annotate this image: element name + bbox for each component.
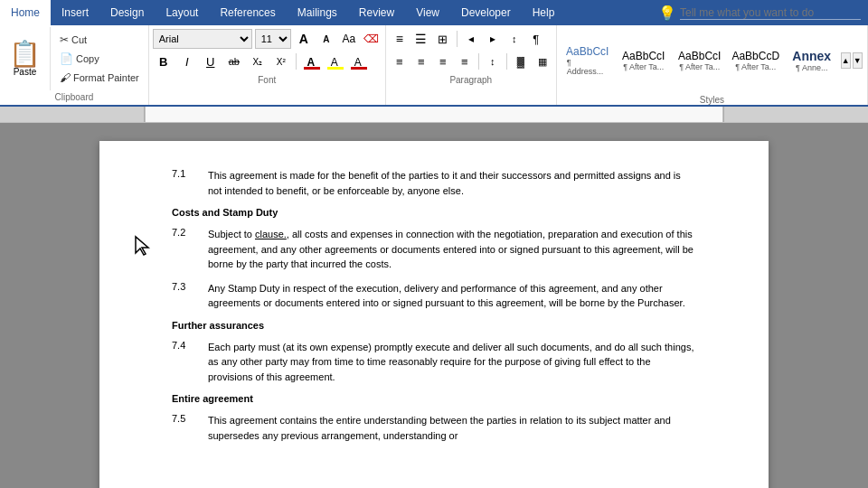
increase-indent-button[interactable]: ▸ [483, 29, 503, 49]
paste-button[interactable]: 📋 Paste [0, 27, 51, 90]
style-after-ta-1[interactable]: AaBbCcI ¶ After Ta... [617, 47, 671, 74]
clause-7-5: 7.5 This agreement contains the entire u… [172, 413, 696, 443]
style-annex-label: ¶ Anne... [796, 63, 827, 72]
align-center-button[interactable]: ≡ [411, 52, 431, 71]
further-assurances-heading: Further assurances [172, 320, 696, 331]
paragraph-group-label: Paragraph [390, 71, 552, 85]
style-after-ta-2-label: ¶ After Ta... [679, 62, 720, 71]
strikethrough-button[interactable]: ab [223, 52, 245, 71]
clipboard-group-label: Clipboard [0, 90, 148, 105]
ruler-svg [0, 107, 868, 123]
paste-label: Paste [14, 67, 37, 77]
style-after-ta-2-preview: AaBbCcI [678, 50, 721, 62]
copy-label: Copy [76, 53, 99, 64]
sort-button[interactable]: ↕ [505, 29, 524, 49]
menu-tab-design[interactable]: Design [99, 0, 155, 25]
menu-tab-view[interactable]: View [405, 0, 450, 25]
copy-icon: 📄 [60, 52, 73, 65]
styles-group-label: Styles [561, 91, 863, 105]
text-shade-icon: A [354, 55, 362, 69]
ruler [0, 107, 868, 123]
style-after-ta-2[interactable]: AaBbCcI ¶ After Ta... [673, 47, 727, 74]
menu-tab-mailings[interactable]: Mailings [287, 0, 348, 25]
decrease-font-button[interactable]: A [316, 29, 336, 49]
style-address-label: ¶ Address... [567, 58, 609, 76]
clause-7-3-num: 7.3 [172, 281, 208, 311]
document-area: 7.1 This agreement is made for the benef… [0, 123, 868, 488]
line-spacing-button[interactable]: ↕ [483, 52, 503, 71]
entire-agreement-heading: Entire agreement [172, 393, 696, 404]
increase-font-button[interactable]: A [294, 29, 314, 49]
menu-tab-developer[interactable]: Developer [450, 0, 522, 25]
menu-tab-home[interactable]: Home [0, 0, 51, 25]
clause-7-4: 7.4 Each party must (at its own expense)… [172, 340, 696, 385]
underline-button[interactable]: U [200, 52, 222, 71]
italic-button[interactable]: I [176, 52, 198, 71]
highlight-icon: A [331, 55, 338, 69]
style-annex[interactable]: Annex ¶ Anne... [785, 46, 839, 75]
align-left-button[interactable]: ≡ [390, 52, 410, 71]
menu-tab-insert[interactable]: Insert [51, 0, 99, 25]
clause-7-5-text: This agreement contains the entire under… [208, 413, 696, 443]
menu-tab-help[interactable]: Help [522, 0, 566, 25]
multilevel-list-button[interactable]: ⊞ [433, 29, 453, 49]
style-after-ta-3[interactable]: AaBbCcD ¶ After Ta... [729, 47, 783, 74]
ribbon: 📋 Paste ✂ Cut 📄 Copy 🖌 Format Painter [0, 25, 868, 107]
clause-7-4-text: Each party must (at its own expense) pro… [208, 340, 696, 385]
highlight-button[interactable]: A [324, 52, 345, 71]
clause-7-4-num: 7.4 [172, 340, 208, 385]
tell-me-input[interactable] [680, 6, 861, 20]
align-right-button[interactable]: ≡ [433, 52, 453, 71]
clause-7-2-num: 7.2 [172, 227, 208, 272]
menu-bar: Home Insert Design Layout References Mai… [0, 0, 868, 25]
clear-format-button[interactable]: ⌫ [362, 29, 382, 49]
clause-7-5-num: 7.5 [172, 413, 208, 443]
font-color-icon: A [307, 55, 315, 69]
font-size-select[interactable]: 11 [255, 29, 291, 49]
format-painter-label: Format Painter [73, 72, 139, 83]
style-after-ta-1-preview: AaBbCcI [622, 50, 665, 62]
lightbulb-icon: 💡 [658, 5, 676, 22]
cut-button[interactable]: ✂ Cut [56, 33, 143, 47]
font-group-label: Font [153, 71, 382, 85]
styles-scroll-up-button[interactable]: ▲ [841, 52, 851, 69]
shading-button[interactable]: ▓ [511, 52, 531, 71]
subscript-button[interactable]: X₂ [247, 52, 269, 71]
menu-tab-layout[interactable]: Layout [155, 0, 209, 25]
menu-tab-review[interactable]: Review [348, 0, 405, 25]
font-family-select[interactable]: Arial [153, 29, 252, 49]
document-page: 7.1 This agreement is made for the benef… [99, 141, 769, 488]
format-painter-button[interactable]: 🖌 Format Painter [56, 70, 143, 85]
styles-scroll-down-button[interactable]: ▼ [853, 52, 863, 69]
format-painter-icon: 🖌 [60, 71, 71, 84]
clause-7-1-num: 7.1 [172, 168, 208, 198]
style-annex-preview: Annex [792, 49, 831, 63]
copy-button[interactable]: 📄 Copy [56, 52, 143, 66]
superscript-button[interactable]: X² [270, 52, 292, 71]
clause-7-3: 7.3 Any Stamp Duty in respect of the exe… [172, 281, 696, 311]
clause-link[interactable]: clause. [255, 229, 287, 239]
bullets-button[interactable]: ≡ [390, 29, 410, 49]
clause-7-3-text: Any Stamp Duty in respect of the executi… [208, 281, 696, 311]
cut-icon: ✂ [60, 33, 69, 46]
style-after-ta-3-preview: AaBbCcD [731, 50, 779, 62]
costs-heading: Costs and Stamp Duty [172, 207, 696, 218]
menu-tab-references[interactable]: References [209, 0, 286, 25]
font-color-button[interactable]: A [300, 52, 322, 71]
style-address-preview: AaBbCcI [566, 45, 609, 58]
style-after-ta-3-label: ¶ After Ta... [735, 62, 776, 71]
change-case-button[interactable]: Aa [339, 29, 359, 49]
bold-button[interactable]: B [153, 52, 175, 71]
paste-icon: 📋 [9, 42, 41, 67]
borders-button[interactable]: ▦ [533, 52, 552, 71]
clause-7-1-text: This agreement is made for the benefit o… [208, 168, 696, 198]
clause-7-2: 7.2 Subject to clause., all costs and ex… [172, 227, 696, 272]
show-hide-button[interactable]: ¶ [526, 29, 546, 49]
style-address[interactable]: AaBbCcI ¶ Address... [561, 42, 615, 79]
text-shade-button[interactable]: A [347, 52, 369, 71]
numbering-button[interactable]: ☰ [411, 29, 431, 49]
style-after-ta-1-label: ¶ After Ta... [623, 62, 664, 71]
decrease-indent-button[interactable]: ◂ [461, 29, 481, 49]
justify-button[interactable]: ≡ [455, 52, 475, 71]
clause-7-2-text: Subject to clause., all costs and expens… [208, 227, 696, 272]
